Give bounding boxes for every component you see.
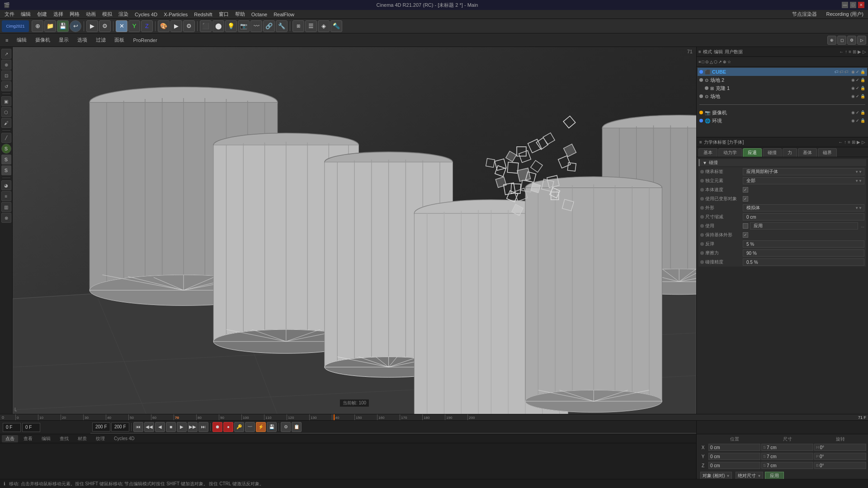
extra-tool[interactable]: ⊗ xyxy=(1,213,11,223)
sculpt-tool[interactable]: ◕ xyxy=(1,180,11,190)
bottom-tab-6[interactable]: 纹理 xyxy=(92,435,108,442)
move-tool[interactable]: ⊕ xyxy=(1,60,11,70)
eye5[interactable]: ◉ xyxy=(851,110,855,115)
obj-btn3[interactable]: ≡ xyxy=(849,49,851,54)
play-btn[interactable]: ▶ xyxy=(177,422,187,432)
hamburger-icon[interactable]: ≡ xyxy=(698,49,701,54)
view-menu[interactable]: ≡ xyxy=(2,37,12,44)
close-button[interactable]: ✕ xyxy=(858,2,864,8)
y-size[interactable]: S 7 cm xyxy=(761,453,813,460)
viewport-icon3[interactable]: ⚙ xyxy=(847,36,856,45)
settings-btn2[interactable]: ⚙ xyxy=(281,422,291,432)
tab-basic[interactable]: 基本 xyxy=(698,148,717,157)
obj-toolbar-icon1[interactable]: ≡ xyxy=(698,60,701,64)
s-tool-1[interactable]: S xyxy=(1,144,11,154)
stop-btn[interactable]: ■ xyxy=(166,422,176,432)
lock4[interactable]: 🔒 xyxy=(860,94,865,99)
x-pos[interactable]: 0 cm xyxy=(708,444,760,451)
editor-label[interactable]: 编辑 xyxy=(13,36,30,44)
grid-icon[interactable]: ⊞ xyxy=(292,20,304,32)
s-tool-3[interactable]: S xyxy=(1,165,11,175)
use-btn3[interactable]: ... xyxy=(861,224,864,228)
playhead[interactable] xyxy=(334,414,335,420)
viewport-icon4[interactable]: ▷ xyxy=(857,36,866,45)
current-frame[interactable]: 0 F xyxy=(22,423,40,432)
bottom-tab-7[interactable]: Cycles 4D xyxy=(110,436,138,441)
check4[interactable]: ✓ xyxy=(856,94,859,99)
save-button[interactable]: 💾 xyxy=(57,20,69,32)
eye3[interactable]: ◉ xyxy=(851,86,855,90)
go-start-btn[interactable]: ⏮ xyxy=(133,422,143,432)
record-btn[interactable]: ⏺ xyxy=(212,422,222,432)
obj-up-btn[interactable]: ↑ xyxy=(845,49,847,54)
eye2[interactable]: ◉ xyxy=(851,78,855,82)
menu-select[interactable]: 选择 xyxy=(51,10,66,18)
attr-btn5[interactable]: ▶ xyxy=(857,140,860,145)
anim-icon[interactable]: 🔗 xyxy=(263,20,275,32)
undo-circle[interactable]: ↩ xyxy=(70,20,81,32)
size-reduce-value[interactable]: 0 cm xyxy=(743,213,864,221)
render-icon[interactable]: 🎨 xyxy=(158,20,170,32)
layers-tool[interactable]: ≡ xyxy=(1,191,11,201)
move-tool-btn[interactable]: ✕ xyxy=(116,20,127,32)
auto-key-btn[interactable]: 🔑 xyxy=(234,422,244,432)
lasso-tool[interactable]: ⬡ xyxy=(1,107,11,117)
menu-mesh[interactable]: 网格 xyxy=(67,10,82,18)
deform-icon[interactable]: 〰 xyxy=(250,20,262,32)
keep-base-check[interactable] xyxy=(743,232,748,238)
cube-icon[interactable]: ⬛ xyxy=(200,20,212,32)
menu-edit[interactable]: 编辑 xyxy=(18,10,33,18)
z-pos[interactable]: 0 cm xyxy=(708,462,760,469)
s-tool-2[interactable]: S xyxy=(1,155,11,164)
play-back-btn[interactable]: ◀ xyxy=(155,422,165,432)
sim-btn[interactable]: ⚡ xyxy=(256,422,266,432)
extra-transport[interactable]: 📋 xyxy=(292,422,302,432)
end-frame[interactable]: 200 F xyxy=(92,422,110,432)
obj-item-scene[interactable]: ⊙ 场地 ◉ ✓ 🔒 xyxy=(698,92,867,100)
tool5[interactable]: 🔧 xyxy=(276,20,288,32)
display-label[interactable]: 显示 xyxy=(55,36,72,44)
bottom-tab-5[interactable]: 材质 xyxy=(74,435,90,442)
attr-back[interactable]: ← xyxy=(838,140,843,145)
obj-manager-content[interactable]: ⬛ CUBE 🏷 🏷 🏷 ◉ ✓ 🔒 xyxy=(697,67,868,137)
render-settings[interactable]: ⚙ xyxy=(99,20,111,32)
record2-btn[interactable]: ● xyxy=(223,422,233,432)
options-label[interactable]: 选项 xyxy=(74,36,91,44)
obj-back-btn[interactable]: ← xyxy=(839,49,844,54)
obj-btn5[interactable]: ▶ xyxy=(858,49,861,54)
attr-btn3[interactable]: ≡ xyxy=(848,140,850,145)
rotate-tool[interactable]: ↺ xyxy=(1,81,11,91)
timeline[interactable]: 0 0 10 20 30 40 50 60 70 80 90 100 110 1… xyxy=(0,414,868,420)
open-button[interactable]: 📁 xyxy=(44,20,56,32)
cache-btn[interactable]: 💾 xyxy=(267,422,277,432)
menu-cycles[interactable]: Cycles 4D xyxy=(132,11,160,18)
settings-icon[interactable]: ⚙ xyxy=(183,20,195,32)
display-icon[interactable]: ☰ xyxy=(305,20,317,32)
viewport-icon1[interactable]: ⊕ xyxy=(827,36,836,45)
maximize-button[interactable]: □ xyxy=(850,2,856,8)
z-btn[interactable]: Z xyxy=(141,20,153,32)
obj-toolbar-icon3[interactable]: ⊙ xyxy=(705,60,709,64)
eye6[interactable]: ◉ xyxy=(851,118,855,123)
lock6[interactable]: 🔒 xyxy=(860,118,865,123)
obj-item-scene2[interactable]: ⊙ 场地 2 ◉ ✓ 🔒 xyxy=(698,76,867,84)
eye-icon[interactable]: ◉ xyxy=(851,70,855,74)
pointer-tool[interactable]: ↗ xyxy=(1,49,11,59)
tab-dynamics[interactable]: 动力学 xyxy=(718,148,742,157)
tab-cache[interactable]: 磁界 xyxy=(818,148,837,157)
lock3[interactable]: 🔒 xyxy=(860,86,865,90)
shape-dropdown[interactable]: 模拟体 ▼ xyxy=(743,204,864,211)
check5[interactable]: ✓ xyxy=(856,110,859,115)
tab-mass[interactable]: 力 xyxy=(783,148,797,157)
box-select[interactable]: ▣ xyxy=(1,96,11,106)
timeline-ruler[interactable]: 0 10 20 30 40 50 60 70 80 90 100 110 120… xyxy=(15,414,853,420)
menu-help[interactable]: 帮助 xyxy=(232,10,248,18)
obj-btn6[interactable]: ▷ xyxy=(863,49,866,54)
bottom-tab-4[interactable]: 查找 xyxy=(56,435,72,442)
attr-btn4[interactable]: ⊞ xyxy=(852,140,855,145)
obj-item-cube[interactable]: ⬛ CUBE 🏷 🏷 🏷 ◉ ✓ 🔒 xyxy=(698,68,867,76)
obj-toolbar-icon7[interactable]: ⊕ xyxy=(723,60,726,64)
menu-render[interactable]: 渲染 xyxy=(116,10,131,18)
matrix-tool[interactable]: ▥ xyxy=(1,202,11,212)
menu-redshift[interactable]: Redshift xyxy=(191,11,215,18)
